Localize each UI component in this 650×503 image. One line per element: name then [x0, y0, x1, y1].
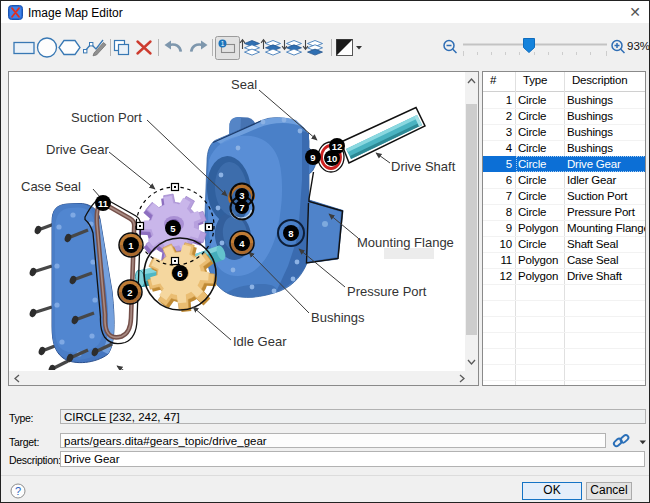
svg-text:9: 9: [310, 152, 315, 163]
svg-text:Drive Shaft: Drive Shaft: [391, 159, 456, 174]
svg-text:5: 5: [170, 223, 176, 234]
svg-text:10: 10: [327, 153, 338, 164]
svg-text:93%: 93%: [627, 40, 649, 52]
svg-text:8: 8: [288, 228, 293, 239]
svg-text:Seal: Seal: [231, 77, 257, 92]
svg-text:Suction Port: Suction Port: [71, 110, 142, 125]
svg-text:Idle Gear: Idle Gear: [233, 334, 287, 349]
svg-text:?: ?: [15, 485, 21, 497]
svg-text:4: 4: [239, 238, 245, 249]
svg-text:7: 7: [239, 202, 244, 213]
svg-text:Bushings: Bushings: [311, 310, 365, 325]
svg-text:1: 1: [221, 40, 225, 47]
svg-text:Pressure Port: Pressure Port: [347, 284, 427, 299]
svg-text:3: 3: [239, 190, 244, 201]
svg-text:12: 12: [332, 141, 343, 152]
svg-text:Case Seal: Case Seal: [21, 179, 81, 194]
svg-text:1: 1: [128, 240, 134, 251]
svg-text:2: 2: [127, 287, 132, 298]
svg-text:Drive Gear: Drive Gear: [46, 142, 110, 157]
svg-text:11: 11: [98, 198, 109, 209]
svg-text:Mounting Flange: Mounting Flange: [357, 235, 454, 250]
svg-text:6: 6: [177, 268, 182, 279]
